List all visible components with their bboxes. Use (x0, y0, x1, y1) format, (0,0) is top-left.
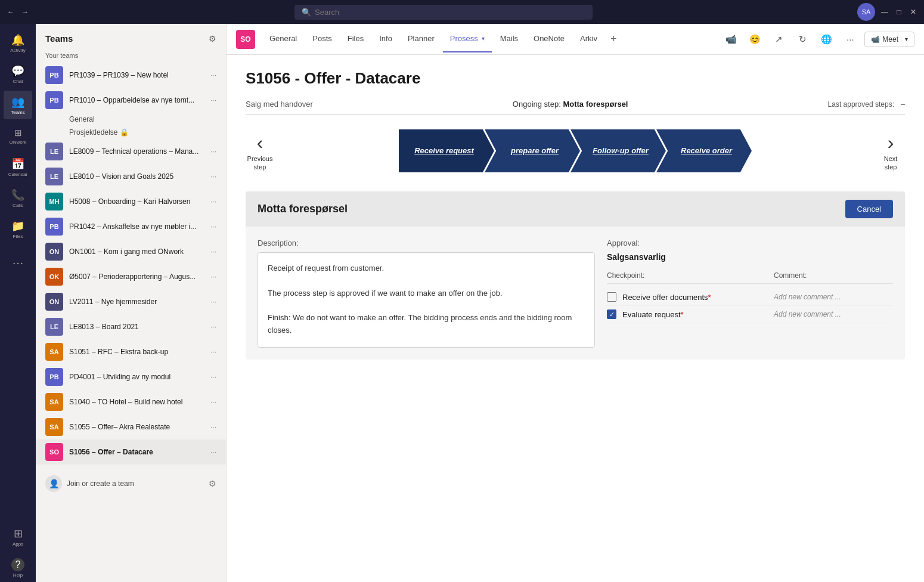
team-more-icon[interactable]: ··· (210, 298, 216, 306)
video-btn[interactable]: 📹 (721, 30, 740, 49)
team-item[interactable]: ON LV2011 – Nye hjemmesider ··· (36, 289, 226, 314)
steps-container: Receive request prepare offer Follow-up … (274, 129, 876, 172)
team-more-icon[interactable]: ··· (210, 71, 216, 79)
next-step-btn[interactable]: › Next step (876, 137, 905, 165)
globe-btn[interactable]: 🌐 (817, 30, 836, 49)
step-prepare-offer[interactable]: prepare offer (485, 129, 580, 172)
prosess-dropdown-icon: ▾ (482, 35, 485, 42)
minimize-btn[interactable]: — (880, 7, 889, 17)
forward-btn[interactable]: → (20, 7, 30, 17)
team-item[interactable]: LE LE8010 – Vision and Goals 2025 ··· (36, 164, 226, 189)
join-team[interactable]: 👤 Join or create a team ⚙ (36, 470, 226, 497)
team-more-icon[interactable]: ··· (210, 247, 216, 256)
page-title: S1056 - Offer - Datacare (246, 69, 905, 88)
settings-icon[interactable]: ⚙ (209, 479, 216, 488)
team-item[interactable]: PB PR1039 – PR1039 – New hotel ··· (36, 63, 226, 88)
back-btn[interactable]: ← (6, 7, 15, 17)
channel-brand: SO (236, 30, 255, 49)
checkpoint-2-checkbox[interactable]: ✓ (607, 309, 616, 319)
team-item[interactable]: PB PD4001 – Utvikling av ny modul ··· (36, 364, 226, 389)
team-item[interactable]: PB PR1042 – Anskaffelse av nye møbler i.… (36, 214, 226, 239)
team-item[interactable]: LE LE8013 – Board 2021 ··· (36, 314, 226, 339)
team-more-icon[interactable]: ··· (210, 398, 216, 406)
checkpoint-1-comment[interactable]: Add new comment ... (774, 293, 893, 301)
ongoing-label: Ongoing step: (513, 100, 561, 109)
tab-planner[interactable]: Planner (401, 26, 442, 52)
sidebar-item-calendar[interactable]: 📅 Calendar (4, 153, 32, 181)
sidebar-item-calls[interactable]: 📞 Calls (4, 184, 32, 212)
sidebar-item-apps[interactable]: ⊞ Apps (4, 522, 32, 551)
meet-icon: 📹 (871, 35, 880, 44)
meet-dropdown-icon[interactable]: ▾ (901, 36, 908, 42)
tab-posts[interactable]: Posts (305, 26, 339, 52)
tab-mails[interactable]: Mails (493, 26, 525, 52)
team-item[interactable]: PB PR1010 – Opparbeidelse av nye tomt...… (36, 88, 226, 113)
tab-files[interactable]: Files (340, 26, 371, 52)
user-avatar[interactable]: SA (857, 3, 875, 21)
team-item[interactable]: LE LE8009 – Technical operations – Mana.… (36, 139, 226, 164)
sidebar-item-more[interactable]: … (4, 246, 32, 274)
step-detail-card: Motta forespørsel Cancel Description: Re… (246, 191, 905, 360)
cancel-button[interactable]: Cancel (845, 200, 893, 218)
checkpoint-1-checkbox[interactable] (607, 292, 616, 302)
team-item[interactable]: ON ON1001 – Kom i gang med ONwork ··· (36, 239, 226, 264)
channel-item[interactable]: Prosjektledelse 🔒 (36, 126, 226, 139)
checkpoint-header: Checkpoint: Comment: (607, 271, 893, 284)
team-more-icon[interactable]: ··· (210, 172, 216, 181)
approver-name: Salgsansvarlig (607, 252, 893, 262)
prosess-label: Prosess (450, 34, 478, 43)
team-more-icon[interactable]: ··· (210, 197, 216, 206)
tab-prosess[interactable]: Prosess ▾ (443, 26, 492, 52)
team-more-icon[interactable]: ··· (210, 323, 216, 331)
channel-name: General (69, 115, 95, 123)
teams-panel-title: Teams (45, 33, 73, 44)
comment-col-label: Comment: (774, 271, 893, 280)
tab-arkiv[interactable]: Arkiv (573, 26, 604, 52)
refresh-btn[interactable]: ↻ (793, 30, 812, 49)
team-more-icon[interactable]: ··· (210, 448, 216, 456)
sidebar-item-teams[interactable]: 👥 Teams (4, 91, 32, 119)
sidebar-item-onwork[interactable]: ⊞ ONwork (4, 122, 32, 150)
meet-button[interactable]: 📹 Meet ▾ (864, 32, 914, 47)
team-more-icon[interactable]: ··· (210, 273, 216, 281)
team-more-icon[interactable]: ··· (210, 96, 216, 104)
team-name: S1051 – RFC – Ekstra back-up (69, 348, 204, 356)
approval-column: Approval: Salgsansvarlig Checkpoint: Com… (607, 239, 893, 348)
tab-onenote[interactable]: OneNote (526, 26, 572, 52)
emoji-btn[interactable]: 😊 (745, 30, 764, 49)
step-followup-offer[interactable]: Follow-up offer (570, 129, 666, 172)
previous-step-btn[interactable]: ‹ Previous step (246, 137, 274, 165)
team-item[interactable]: SA S1040 – TO Hotel – Build new hotel ··… (36, 389, 226, 414)
required-indicator: * (708, 293, 711, 302)
team-item[interactable]: OK Ø5007 – Perioderapportering – Augus..… (36, 264, 226, 289)
sidebar-item-files[interactable]: 📁 Files (4, 215, 32, 243)
team-more-icon[interactable]: ··· (210, 222, 216, 231)
step-receive-order[interactable]: Receive order (656, 129, 752, 172)
team-item[interactable]: SO S1056 – Offer – Datacare ··· (36, 439, 226, 465)
sidebar-item-activity[interactable]: 🔔 Activity (4, 29, 32, 57)
team-more-icon[interactable]: ··· (210, 373, 216, 381)
step-receive-request[interactable]: Receive request (399, 129, 494, 172)
external-link-btn[interactable]: ↗ (769, 30, 788, 49)
filter-icon[interactable]: ⚙ (209, 34, 216, 44)
close-btn[interactable]: ✕ (909, 7, 918, 17)
team-item[interactable]: SA S1051 – RFC – Ekstra back-up ··· (36, 339, 226, 364)
team-item[interactable]: MH H5008 – Onboarding – Kari Halvorsen ·… (36, 189, 226, 214)
next-sublabel: step (885, 163, 897, 171)
sidebar-item-help[interactable]: ? Help (4, 553, 32, 582)
tab-general[interactable]: General (262, 26, 304, 52)
team-more-icon[interactable]: ··· (210, 348, 216, 356)
search-input[interactable] (315, 8, 585, 17)
team-item[interactable]: SA S1055 – Offer– Akra Realestate ··· (36, 414, 226, 439)
add-tab-btn[interactable]: + (606, 24, 622, 54)
tab-info[interactable]: Info (372, 26, 399, 52)
more-options-btn[interactable]: ··· (841, 30, 860, 49)
channel-item[interactable]: General (36, 113, 226, 126)
restore-btn[interactable]: □ (894, 7, 904, 17)
team-more-icon[interactable]: ··· (210, 423, 216, 431)
sidebar-item-chat[interactable]: 💬 Chat (4, 60, 32, 88)
checkpoint-2-comment[interactable]: Add new comment ... (774, 310, 893, 318)
team-more-icon[interactable]: ··· (210, 147, 216, 156)
steps-nav: ‹ Previous step Receive request prepare … (246, 129, 905, 172)
checkpoint-row: ✓ Evaluate request* Add new comment ... (607, 306, 893, 323)
